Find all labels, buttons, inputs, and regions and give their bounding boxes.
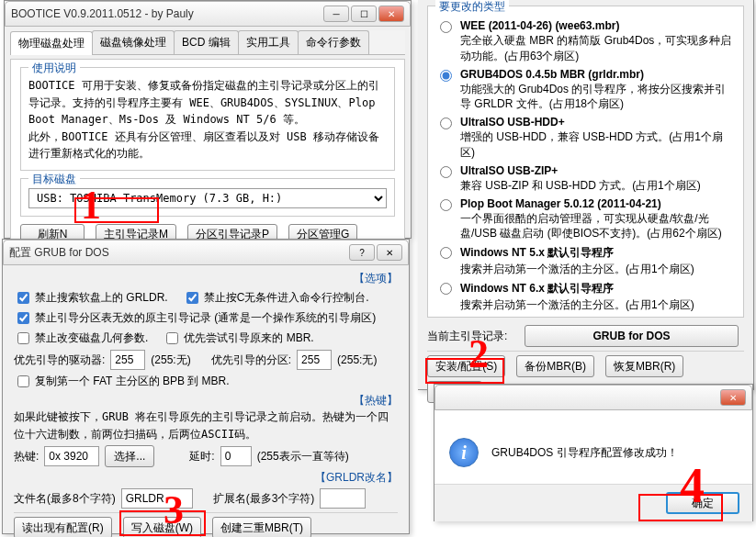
prio-part-input[interactable] (297, 350, 332, 370)
maximize-button[interactable]: ☐ (351, 6, 377, 22)
boot-type-desc: 搜索并启动第一个激活的主分区。(占用1个扇区) (460, 262, 694, 277)
boot-type-desc: 搜索并启动第一个激活的主分区。(占用1个扇区) (460, 297, 694, 311)
boot-type-desc: 兼容 USB-ZIP 和 USB-HDD 方式。(占用1个扇区) (460, 178, 701, 194)
tab-cmdline[interactable]: 命令行参数 (298, 30, 369, 54)
msgbox-close-button[interactable]: ✕ (720, 389, 746, 406)
fname-input[interactable] (121, 488, 193, 509)
boot-type-option[interactable]: Windows NT 5.x 默认引导程序 搜索并启动第一个激活的主分区。(占用… (435, 245, 736, 277)
boot-type-option[interactable]: Windows NT 6.x 默认引导程序 搜索并启动第一个激活的主分区。(占用… (435, 281, 736, 311)
close-button[interactable]: ✕ (378, 6, 404, 22)
read-config-button[interactable]: 读出现有配置(R) (14, 517, 112, 537)
cb-no-floppy[interactable]: 禁止搜索软盘上的 GRLDR. (14, 289, 168, 307)
fname-label: 文件名(最多8个字符) (14, 491, 116, 507)
current-mbr-label: 当前主引导记录: (427, 329, 519, 344)
boot-type-title: UltraISO USB-HDD+ (460, 116, 736, 129)
hotkey-field-label: 热键: (14, 449, 39, 464)
boot-type-title: Windows NT 5.x 默认引导程序 (460, 245, 694, 261)
ext-input[interactable] (320, 488, 366, 509)
msgbox-titlebar: ✕ (434, 385, 752, 410)
cb-no-invalid-mbr[interactable]: 禁止引导分区表无效的原主引导记录 (通常是一个操作系统的引导扇区) (14, 309, 376, 327)
write-disk-button[interactable]: 写入磁盘(W) (123, 517, 201, 537)
grub-help-button[interactable]: ? (349, 244, 375, 261)
restore-mbr-button[interactable]: 恢复MBR(R) (605, 355, 683, 377)
install-config-button[interactable]: 安装/配置(S) (427, 355, 505, 377)
target-legend: 目标磁盘 (28, 172, 80, 187)
types-group: 要更改的类型 WEE (2011-04-26) (wee63.mbr) 完全嵌入… (427, 6, 744, 318)
target-disk-group: 目标磁盘 USB: TOSHIBA TransMemory (7.3 GB, H… (20, 178, 395, 217)
boot-type-option[interactable]: Plop Boot Manager 5.0.12 (2011-04-21) 一个… (435, 197, 736, 242)
usage-legend: 使用说明 (28, 61, 80, 76)
types-legend: 要更改的类型 (435, 0, 509, 15)
backup-mbr-button[interactable]: 备份MBR(B) (516, 355, 594, 377)
grub-titlebar: 配置 GRUB for DOS ? ✕ (3, 240, 409, 265)
boot-type-desc: 增强的 USB-HDD，兼容 USB-HDD 方式。(占用1个扇区) (460, 129, 736, 161)
prio-driver-hint: (255:无) (151, 352, 190, 368)
prio-part-label: 优先引导的分区: (211, 352, 291, 368)
boot-type-title: UltraISO USB-ZIP+ (460, 164, 701, 177)
info-icon: i (449, 438, 479, 467)
prio-driver-label: 优先引导的驱动器: (14, 352, 105, 368)
hotkey-heading: 【热键】 (14, 393, 398, 408)
prio-part-hint: (255:无) (337, 352, 377, 368)
boot-type-option[interactable]: UltraISO USB-ZIP+ 兼容 USB-ZIP 和 USB-HDD 方… (435, 164, 736, 194)
boot-type-title: Plop Boot Manager 5.0.12 (2011-04-21) (460, 197, 736, 210)
tab-disk-image[interactable]: 磁盘镜像处理 (92, 30, 175, 54)
boot-type-option[interactable]: UltraISO USB-HDD+ 增强的 USB-HDD，兼容 USB-HDD… (435, 116, 736, 161)
grub-close-button[interactable]: ✕ (377, 244, 402, 261)
cb-no-c-console[interactable]: 禁止按C无条件进入命令行控制台. (183, 289, 369, 307)
delay-label: 延时: (189, 449, 214, 464)
boot-type-desc: 一个界面很酷的启动管理器，可实现从硬盘/软盘/光盘/USB 磁盘启动 (即使BI… (460, 211, 736, 242)
disk-select[interactable]: USB: TOSHIBA TransMemory (7.3 GB, H:) (28, 188, 387, 208)
grub-title: 配置 GRUB for DOS (9, 245, 349, 261)
cb-prefer-orig-mbr[interactable]: 优先尝试引导原来的 MBR. (163, 330, 313, 347)
main-title: BOOTICE V0.9.2011.0512 - by Pauly (11, 7, 323, 20)
hotkey-select-button[interactable]: 选择... (105, 445, 154, 467)
create-triple-mbr-button[interactable]: 创建三重MBR(T) (212, 517, 311, 537)
usage-group: 使用说明 BOOTICE 可用于安装、修复或备份指定磁盘的主引导记录或分区上的引… (20, 67, 395, 171)
delay-input[interactable] (220, 446, 252, 466)
msgbox-text: GRUB4DOS 引导程序配置修改成功！ (491, 445, 678, 461)
main-titlebar: BOOTICE V0.9.2011.0512 - by Pauly ─ ☐ ✕ (5, 1, 411, 27)
cb-copy-bpb[interactable]: 复制第一个 FAT 主分区的 BPB 到 MBR. (14, 373, 230, 390)
boot-type-title: GRUB4DOS 0.4.5b MBR (grldr.mbr) (460, 68, 736, 81)
boot-type-desc: 完全嵌入硬盘 MBR 的精简版 Grub4Dos，可实现多种启动功能。(占用63… (460, 33, 736, 64)
hotkey-input[interactable] (44, 446, 99, 466)
delay-hint: (255表示一直等待) (257, 449, 349, 464)
msgbox-ok-button[interactable]: 确定 (666, 492, 739, 514)
tab-bcd-edit[interactable]: BCD 编辑 (174, 30, 239, 54)
boot-type-option[interactable]: WEE (2011-04-26) (wee63.mbr) 完全嵌入硬盘 MBR … (435, 19, 736, 64)
minimize-button[interactable]: ─ (323, 6, 349, 22)
hotkey-desc: 如果此键被按下，GRUB 将在引导原先的主引导记录之前启动。热键为一个四位十六进… (14, 408, 398, 442)
prio-driver-input[interactable] (110, 350, 145, 370)
boot-type-desc: 功能强大的 Grub4Dos 的引导程序，将按分区搜索并引导 GRLDR 文件。… (460, 82, 736, 113)
rename-heading: 【GRLDR改名】 (14, 470, 398, 486)
options-heading: 【选项】 (14, 271, 398, 286)
ext-label: 扩展名(最多3个字符) (213, 491, 315, 507)
boot-type-title: WEE (2011-04-26) (wee63.mbr) (460, 19, 736, 32)
boot-type-title: Windows NT 6.x 默认引导程序 (460, 281, 694, 296)
tab-tools[interactable]: 实用工具 (238, 30, 299, 54)
current-mbr-value: GRUB for DOS (525, 325, 739, 347)
usage-text: BOOTICE 可用于安装、修复或备份指定磁盘的主引导记录或分区上的引导记录。支… (28, 77, 387, 162)
boot-type-option[interactable]: GRUB4DOS 0.4.5b MBR (grldr.mbr) 功能强大的 Gr… (435, 68, 736, 113)
tab-physical-disk[interactable]: 物理磁盘处理 (10, 31, 93, 55)
cb-no-geometry[interactable]: 禁止改变磁盘几何参数. (14, 330, 148, 347)
